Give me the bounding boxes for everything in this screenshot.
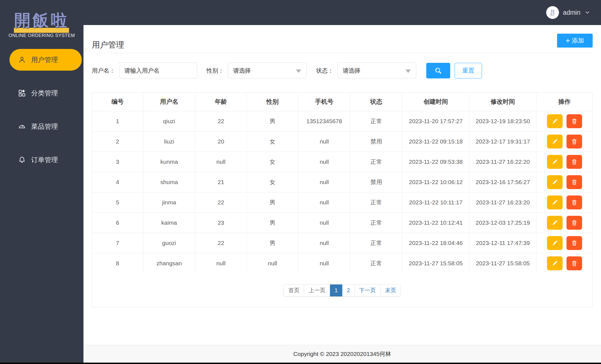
table-cell: 2023-11-22 09:15:18 (402, 131, 469, 152)
sidebar-item-label: 分类管理 (31, 89, 58, 98)
edit-button[interactable] (547, 175, 563, 189)
order-icon (18, 156, 26, 164)
filter-bar: 用户名： 性别： 请选择 状态： 请选择 重置 (92, 63, 593, 78)
table-cell: 2023-11-22 18:04:46 (402, 233, 469, 253)
table-cell: liuzi (143, 131, 195, 152)
trash-icon (571, 179, 578, 186)
table-header-row: 编号用户名年龄性别手机号状态创建时间修改时间操作 (92, 93, 592, 111)
table-row: 5jinma22男null正常2023-11-22 10:11:172023-1… (92, 192, 592, 212)
search-button[interactable] (426, 63, 450, 78)
column-header: 年龄 (195, 93, 247, 111)
main-content: 用户管理 + 添加 用户名： 性别： 请选择 状态： 请选择 重置 (83, 25, 601, 345)
edit-button[interactable] (547, 155, 563, 169)
table-cell: 2023-12-03 17:25:19 (469, 212, 536, 233)
table-cell: 禁用 (350, 172, 402, 192)
sidebar-item-1[interactable]: 分类管理 (0, 82, 83, 104)
edit-button[interactable] (547, 256, 563, 270)
users-table: 编号用户名年龄性别手机号状态创建时间修改时间操作 1qiuzi22男135123… (92, 93, 592, 273)
delete-button[interactable] (566, 155, 582, 169)
page-item-5[interactable]: 末页 (380, 284, 401, 296)
delete-button[interactable] (566, 195, 582, 209)
status-filter-label: 状态： (316, 67, 334, 75)
table-row: 2liuzi20女null禁用2023-11-22 09:15:182023-1… (92, 131, 592, 152)
table-cell: 女 (247, 152, 298, 172)
table-cell: 正常 (350, 233, 402, 253)
page-item-2[interactable]: 1 (330, 284, 342, 296)
table-cell: null (195, 152, 247, 172)
table-row: 3kunmanull女null正常2023-11-22 09:53:382023… (92, 152, 592, 172)
status-select-value: 请选择 (343, 67, 360, 75)
sidebar-item-3[interactable]: 订单管理 (0, 149, 83, 171)
column-header: 状态 (350, 93, 402, 111)
pencil-icon (551, 179, 558, 186)
chevron-down-icon (584, 9, 590, 16)
table-cell: 1 (92, 111, 143, 131)
delete-button[interactable] (566, 216, 582, 230)
window-bottom-edge (0, 363, 601, 364)
add-button[interactable]: + 添加 (557, 34, 593, 48)
gender-select[interactable]: 请选择 (228, 63, 307, 78)
actions-cell (536, 131, 592, 152)
table-cell: 5 (92, 192, 143, 212)
sidebar-menu: 用户管理分类管理菜品管理订单管理 (0, 49, 83, 182)
add-button-label: 添加 (572, 36, 584, 45)
table-cell: 4 (92, 172, 143, 192)
edit-button[interactable] (547, 236, 563, 250)
search-icon (434, 66, 443, 75)
table-cell: 22 (195, 111, 247, 131)
sidebar-item-label: 订单管理 (31, 155, 58, 164)
table-cell: 2023-11-20 17:57:27 (402, 111, 469, 131)
table-panel: 编号用户名年龄性别手机号状态创建时间修改时间操作 1qiuzi22男135123… (92, 92, 593, 307)
column-header: 编号 (92, 93, 143, 111)
table-cell: null (298, 172, 350, 192)
table-cell: 正常 (350, 152, 402, 172)
status-select[interactable]: 请选择 (338, 63, 416, 78)
table-cell: null (247, 253, 298, 273)
table-cell: 2023-11-27 15:58:05 (469, 253, 536, 273)
user-icon (18, 56, 26, 64)
username: admin (563, 9, 580, 16)
column-header: 修改时间 (469, 93, 536, 111)
pagination-area: 首页上一页12下一页末页 (92, 273, 592, 307)
edit-button[interactable] (547, 114, 563, 128)
caret-down-icon (405, 70, 411, 73)
delete-button[interactable] (566, 175, 582, 189)
table-row: 7guozi22男null正常2023-11-22 18:04:462023-1… (92, 233, 592, 253)
delete-button[interactable] (566, 135, 582, 148)
table-cell: 20 (195, 131, 247, 152)
delete-button[interactable] (566, 236, 582, 250)
page-item-3[interactable]: 2 (342, 284, 354, 296)
actions-cell (536, 233, 592, 253)
page-item-1[interactable]: 上一页 (304, 284, 330, 296)
page-item-0[interactable]: 首页 (284, 284, 304, 296)
username-input[interactable] (119, 63, 197, 78)
sidebar-item-label: 菜品管理 (31, 122, 58, 131)
actions-cell (536, 152, 592, 172)
edit-button[interactable] (547, 216, 563, 230)
logo-subtitle: ONLINE ORDERING SYSTEM (0, 33, 83, 38)
table-cell: 2023-11-27 16:23:20 (469, 192, 536, 212)
delete-button[interactable] (566, 256, 582, 270)
edit-button[interactable] (547, 195, 563, 209)
cat-icon (548, 8, 557, 17)
user-menu[interactable]: admin (546, 0, 590, 25)
sidebar-item-2[interactable]: 菜品管理 (0, 116, 83, 137)
table-cell: 2023-12-19 18:23:50 (469, 111, 536, 131)
edit-button[interactable] (547, 135, 563, 148)
delete-button[interactable] (566, 114, 582, 128)
pencil-icon (551, 239, 558, 247)
pencil-icon (551, 199, 558, 206)
pencil-icon (551, 158, 558, 165)
sidebar-item-0[interactable]: 用户管理 (9, 49, 82, 71)
trash-icon (571, 158, 578, 165)
table-cell: jinma (143, 192, 195, 212)
reset-button[interactable]: 重置 (455, 63, 482, 78)
avatar (546, 6, 559, 19)
gender-filter-label: 性别： (206, 67, 224, 75)
table-cell: shuma (143, 172, 195, 192)
pagination: 首页上一页12下一页末页 (284, 284, 401, 297)
table-cell: 男 (247, 192, 298, 212)
page-item-4[interactable]: 下一页 (354, 284, 380, 296)
table-cell: 13512345678 (298, 111, 350, 131)
table-cell: 7 (92, 233, 143, 253)
